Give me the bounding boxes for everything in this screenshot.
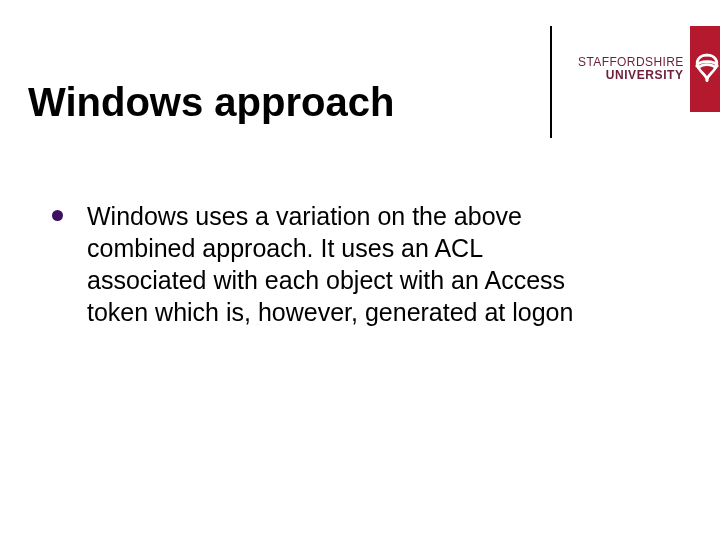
logo-mark (690, 26, 720, 112)
logo-line-2: UNIVERSITY (606, 69, 684, 82)
slide-title: Windows approach (28, 80, 394, 125)
logo-text: STAFFORDSHIRE UNIVERSITY (578, 26, 690, 112)
body-text: Windows uses a variation on the above co… (52, 200, 600, 328)
staffordshire-knot-icon (690, 50, 720, 88)
bullet-icon (52, 210, 63, 221)
bullet-item: Windows uses a variation on the above co… (52, 200, 600, 328)
university-logo: STAFFORDSHIRE UNIVERSITY (578, 26, 698, 112)
bullet-text: Windows uses a variation on the above co… (87, 200, 600, 328)
slide: Windows approach STAFFORDSHIRE UNIVERSIT… (0, 0, 720, 540)
header-divider (550, 26, 552, 138)
